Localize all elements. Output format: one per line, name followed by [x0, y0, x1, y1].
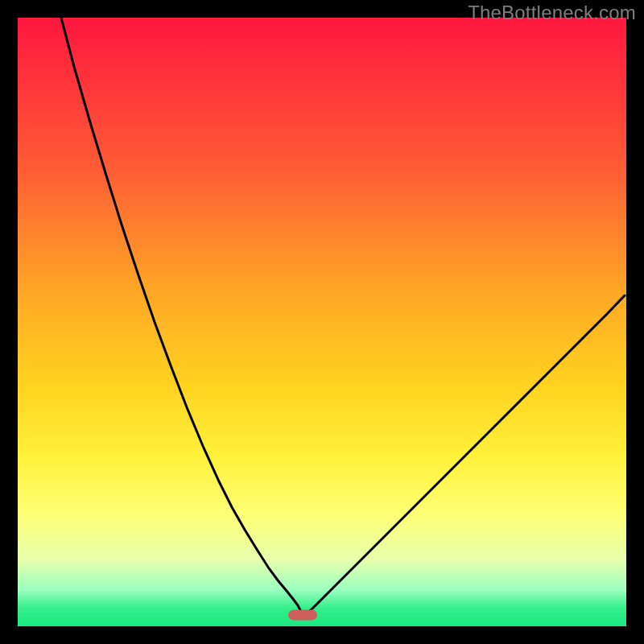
watermark-text: TheBottleneck.com [468, 2, 636, 24]
gradient-plot-area [18, 18, 626, 626]
bottleneck-curve [18, 18, 626, 626]
optimum-marker [288, 610, 317, 621]
